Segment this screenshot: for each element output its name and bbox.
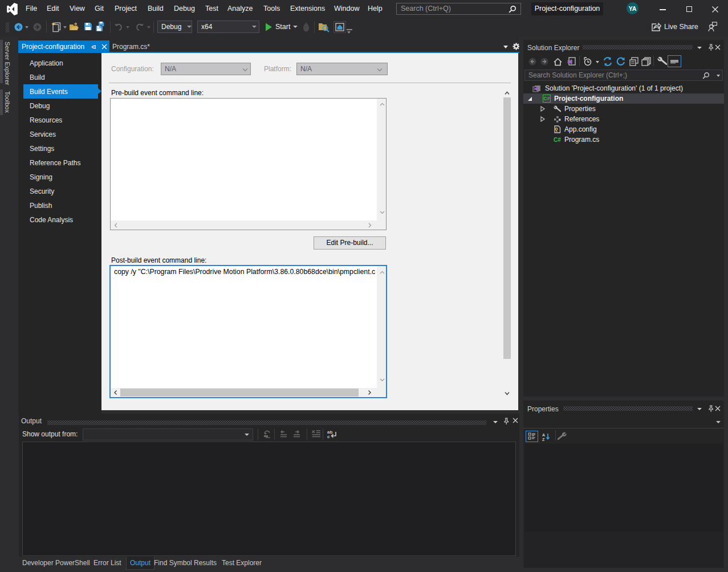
svg-text:Z: Z bbox=[542, 438, 545, 441]
svg-text:c: c bbox=[327, 434, 330, 439]
svg-text:A: A bbox=[542, 433, 545, 437]
